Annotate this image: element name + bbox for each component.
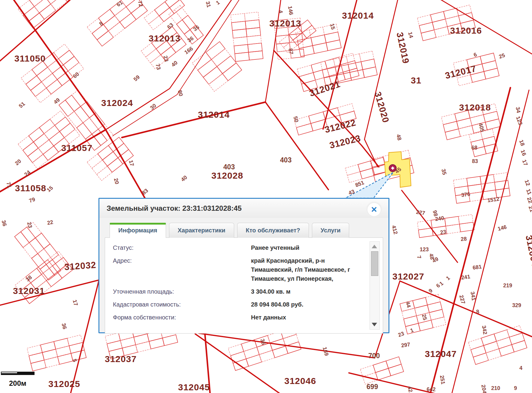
map-labels: 3110503120133120133120143120143120163120…: [1, 0, 532, 393]
info-row: Форма собственности:Нет данных: [113, 313, 365, 322]
map-label: 31: [205, 1, 212, 8]
field-label: Уточненная площадь:: [113, 287, 251, 296]
field-label: Адрес:: [113, 256, 251, 283]
map-label: 35: [440, 168, 448, 176]
map-parcel-block: [144, 0, 185, 30]
map-label: 312023: [328, 133, 362, 150]
scroll-up-arrow[interactable]: [372, 245, 377, 248]
tab-2[interactable]: Кто обслуживает?: [237, 223, 309, 238]
map-label: 312046: [284, 376, 316, 386]
scrollbar[interactable]: [370, 241, 380, 330]
map-parcel-block: [141, 27, 186, 69]
map-parcel-block: [87, 137, 133, 181]
map-label: 312047: [425, 349, 457, 359]
info-row: Статус:Ранее учтенный: [113, 243, 365, 252]
cadastral-map[interactable]: 3110503120133120133120143120143120163120…: [0, 0, 532, 393]
map-label: 18: [518, 139, 526, 147]
close-icon: ✕: [371, 206, 377, 213]
map-label: 329: [512, 302, 521, 308]
tab-1[interactable]: Характеристики: [169, 223, 234, 238]
map-parcel-block: [15, 251, 73, 304]
map-label: 17: [521, 159, 529, 167]
tab-0[interactable]: Информация: [110, 223, 166, 238]
info-row: Адрес:край Краснодарский, р-н Тимашевски…: [113, 256, 365, 283]
map-label: 312013: [269, 18, 301, 28]
map-label: 36: [61, 322, 68, 330]
map-label: 35: [192, 24, 201, 32]
map-label: 403: [223, 163, 235, 171]
map-label: 7: [416, 255, 422, 259]
map-parcel-block: [360, 357, 404, 384]
map-label: 63: [166, 22, 174, 30]
map-label: 169: [322, 346, 330, 356]
info-row: Кадастровая стоимость:28 094 804.08 руб.: [113, 300, 365, 309]
field-label: Кадастровая стоимость:: [113, 300, 251, 309]
map-label: 312004: [524, 234, 532, 268]
map-label: 16: [520, 149, 527, 157]
map-label: 68: [471, 145, 477, 151]
map-label: 297: [401, 341, 411, 349]
map-label: 31: [411, 75, 421, 85]
map-label: 40: [180, 174, 188, 183]
map-label: 24: [23, 169, 32, 177]
map-parcel-block: [15, 222, 67, 280]
map-label: 6: [473, 51, 478, 58]
map-label: 376: [461, 191, 471, 198]
map-label: 312037: [105, 354, 137, 364]
map-label: 312020: [373, 91, 391, 124]
scale-bar-label: 200м: [9, 379, 26, 387]
map-label: 34: [515, 106, 521, 113]
map-label: 17: [72, 299, 79, 307]
map-label: 25: [498, 52, 506, 60]
field-label: Форма собственности:: [113, 313, 251, 322]
map-label: 1: [215, 0, 221, 6]
map-label: 312014: [342, 11, 374, 20]
map-label: 12: [524, 179, 531, 187]
map-label: 681: [472, 264, 482, 271]
map-label: 23: [440, 229, 447, 236]
map-label: 36: [1, 219, 8, 227]
close-button[interactable]: ✕: [367, 202, 381, 217]
map-label: 341: [469, 291, 477, 301]
map-label: 22: [526, 196, 532, 204]
field-value: край Краснодарский, р-н Тимашевский, г/п…: [251, 256, 352, 283]
map-label: 51: [18, 101, 26, 109]
map-label: 4: [277, 10, 284, 14]
map-label: 700: [368, 352, 380, 360]
map-label: 642: [427, 386, 436, 392]
map-label: 312018: [459, 102, 491, 112]
map-label: 23: [397, 331, 405, 338]
map-label: 312022: [324, 117, 357, 135]
map-label: 38: [25, 274, 33, 283]
map-label: 210: [491, 385, 500, 391]
field-value: 3 304.00 кв. м: [251, 287, 352, 296]
scroll-thumb[interactable]: [371, 251, 378, 276]
map-label: 251: [439, 375, 446, 385]
map-label: 312013: [149, 33, 180, 43]
field-value: Ранее учтенный: [251, 243, 352, 252]
map-label: 20: [14, 158, 22, 166]
map-label: 49: [53, 97, 61, 105]
map-label: 11: [525, 188, 532, 196]
info-row: Уточненная площадь:3 304.00 кв. м: [113, 287, 365, 296]
map-label: 312025: [48, 379, 80, 389]
scroll-down-arrow[interactable]: [372, 323, 377, 326]
map-label: 22: [47, 219, 53, 226]
map-label: 219: [503, 283, 512, 289]
map-label: 166: [183, 45, 194, 56]
map-label: 1512: [487, 196, 500, 203]
popup-title: Земельный участок: 23:31:0312028:45: [107, 204, 242, 213]
map-label: 146: [287, 5, 294, 15]
map-label: 241: [461, 274, 471, 281]
map-parcel-block: [18, 111, 80, 169]
map-label: 405: [477, 122, 485, 132]
map-label: 312016: [450, 26, 482, 35]
map-label: 40: [170, 59, 179, 68]
map-label: 50: [292, 116, 300, 123]
map-label: 44: [405, 301, 412, 308]
map-label: 15: [329, 23, 337, 30]
map-label: 25: [421, 313, 428, 321]
tab-3[interactable]: Услуги: [312, 223, 349, 238]
map-label: 403: [280, 156, 292, 164]
map-parcel-block: [321, 51, 377, 86]
